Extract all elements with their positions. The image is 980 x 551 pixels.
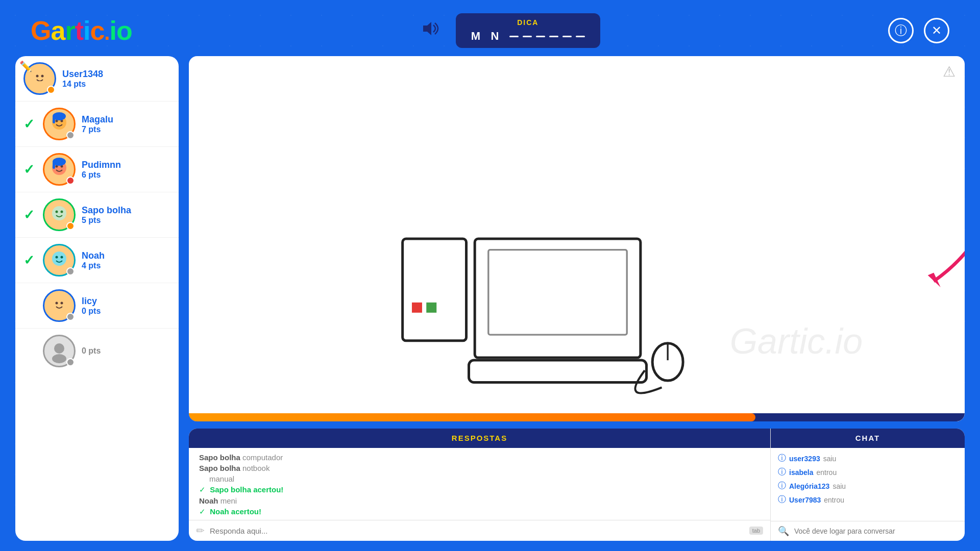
player-item: ✓ Sapo bolha 5 pts bbox=[15, 192, 179, 238]
player-item: ✓ Noah 4 pts bbox=[15, 238, 179, 283]
player-list: ✏️ User1348 14 pts ✓ bbox=[15, 56, 179, 541]
info-icon: ⓘ bbox=[778, 467, 786, 478]
dica-box: DICA M N bbox=[456, 13, 600, 48]
player-pts: 4 pts bbox=[82, 261, 170, 270]
canvas-area: ⚠ Gartic.io bbox=[189, 56, 965, 421]
player-pts: 0 pts bbox=[82, 307, 170, 316]
status-dot bbox=[66, 131, 75, 139]
player-pts: 14 pts bbox=[62, 80, 170, 89]
resposta-item: ✓ Sapo bolha acertou! bbox=[199, 485, 760, 494]
avatar-wrap: ✏️ bbox=[23, 62, 56, 95]
chat-input-wrap: 🔍 bbox=[771, 521, 965, 541]
dica-blank-2 bbox=[523, 36, 532, 37]
svg-rect-29 bbox=[426, 303, 436, 313]
chat-action: entrou bbox=[816, 468, 837, 477]
svg-point-25 bbox=[52, 354, 66, 363]
player-name: licy bbox=[82, 296, 170, 307]
player-info: licy 0 pts bbox=[82, 296, 170, 316]
player-name: Magalu bbox=[82, 114, 170, 125]
player-pts: 6 pts bbox=[82, 170, 170, 180]
pencil-icon: ✏ bbox=[196, 524, 205, 537]
respostas-section: RESPOSTAS Sapo bolha computador Sapo bol… bbox=[189, 429, 771, 541]
svg-point-22 bbox=[56, 302, 58, 305]
close-button[interactable]: ✕ bbox=[924, 18, 949, 43]
svg-point-3 bbox=[41, 75, 44, 78]
answer-input-wrap: ✏ tab bbox=[189, 520, 770, 541]
svg-rect-28 bbox=[412, 303, 422, 313]
svg-marker-0 bbox=[423, 22, 431, 35]
resposta-item: Sapo bolha notbook bbox=[199, 464, 760, 472]
player-name: Sapo bolha bbox=[82, 205, 170, 216]
player-info: Noah 4 pts bbox=[82, 251, 170, 270]
chat-input[interactable] bbox=[794, 527, 958, 535]
svg-point-16 bbox=[56, 211, 58, 213]
svg-point-24 bbox=[54, 343, 64, 354]
chat-action: saiu bbox=[823, 455, 837, 463]
dica-blank-3 bbox=[536, 36, 545, 37]
status-dot bbox=[66, 267, 75, 276]
dica-blank-1 bbox=[509, 36, 519, 37]
svg-text:Gartic.io: Gartic.io bbox=[730, 321, 863, 361]
svg-point-18 bbox=[52, 252, 66, 266]
resposta-item: ✓ Noah acertou! bbox=[199, 507, 760, 516]
answer-input[interactable] bbox=[210, 527, 744, 535]
svg-point-2 bbox=[36, 75, 39, 78]
right-panel: ⚠ Gartic.io bbox=[189, 56, 965, 541]
resposta-item: Noah meni bbox=[199, 496, 760, 505]
player-item: licy 0 pts bbox=[15, 283, 179, 329]
main-layout: ✏️ User1348 14 pts ✓ bbox=[0, 56, 980, 551]
header: Gartic.io DICA M N bbox=[0, 0, 980, 61]
player-info: User1348 14 pts bbox=[62, 69, 170, 89]
player-item: ✓ Magalu 7 pts bbox=[15, 102, 179, 147]
chat-item: ⓘ isabela entrou bbox=[778, 467, 958, 478]
player-info: 0 pts bbox=[82, 346, 170, 356]
svg-point-15 bbox=[52, 206, 66, 220]
check-badge: ✓ bbox=[23, 162, 35, 178]
player-name: Pudimnn bbox=[82, 160, 170, 170]
player-info: Pudimnn 6 pts bbox=[82, 160, 170, 180]
respostas-tab-label: RESPOSTAS bbox=[452, 434, 507, 442]
avatar-wrap bbox=[43, 198, 76, 231]
status-dot bbox=[47, 86, 55, 94]
svg-rect-14 bbox=[53, 162, 55, 169]
chat-action: entrou bbox=[824, 496, 844, 504]
player-pts: 5 pts bbox=[82, 216, 170, 225]
player-pts: 0 pts bbox=[82, 346, 170, 356]
chat-username: Alegória123 bbox=[789, 482, 829, 490]
svg-marker-35 bbox=[928, 273, 941, 287]
player-item: 0 pts bbox=[15, 329, 179, 373]
player-info: Magalu 7 pts bbox=[82, 114, 170, 134]
svg-point-21 bbox=[52, 297, 66, 311]
resposta-item: manual bbox=[199, 474, 760, 483]
dica-blank-4 bbox=[549, 36, 558, 37]
info-icon: ⓘ bbox=[778, 453, 786, 464]
volume-icon[interactable] bbox=[420, 18, 440, 43]
chat-item: ⓘ User7983 entrou bbox=[778, 494, 958, 505]
logo: Gartic.io bbox=[31, 15, 132, 46]
chat-tab-label: CHAT bbox=[855, 434, 880, 442]
player-item: ✏️ User1348 14 pts bbox=[15, 56, 179, 102]
drawing-canvas: Gartic.io bbox=[189, 56, 965, 421]
status-dot bbox=[66, 313, 75, 321]
check-badge: ✓ bbox=[23, 207, 35, 223]
dica-blank-5 bbox=[562, 36, 572, 37]
warning-icon[interactable]: ⚠ bbox=[943, 63, 955, 80]
check-badge: ✓ bbox=[23, 253, 35, 268]
svg-rect-9 bbox=[53, 116, 55, 123]
info-icon: ⓘ bbox=[778, 494, 786, 505]
chat-section: CHAT ⓘ user3293 saiu ⓘ isabela entrou ⓘ bbox=[771, 429, 965, 541]
tab-badge: tab bbox=[749, 527, 763, 535]
info-button[interactable]: ⓘ bbox=[888, 18, 914, 43]
chat-username: User7983 bbox=[789, 496, 821, 504]
player-item: ✓ Pudimnn 6 pts bbox=[15, 147, 179, 192]
search-icon: 🔍 bbox=[778, 525, 789, 537]
respostas-header: RESPOSTAS bbox=[189, 429, 770, 448]
svg-point-19 bbox=[56, 256, 58, 259]
chat-content: ⓘ user3293 saiu ⓘ isabela entrou ⓘ Alegó… bbox=[771, 448, 965, 521]
chat-username: user3293 bbox=[789, 455, 820, 463]
resposta-item: Sapo bolha computador bbox=[199, 453, 760, 462]
avatar-wrap bbox=[43, 153, 76, 186]
status-dot bbox=[66, 222, 75, 230]
player-info: Sapo bolha 5 pts bbox=[82, 205, 170, 225]
svg-point-23 bbox=[61, 302, 63, 305]
